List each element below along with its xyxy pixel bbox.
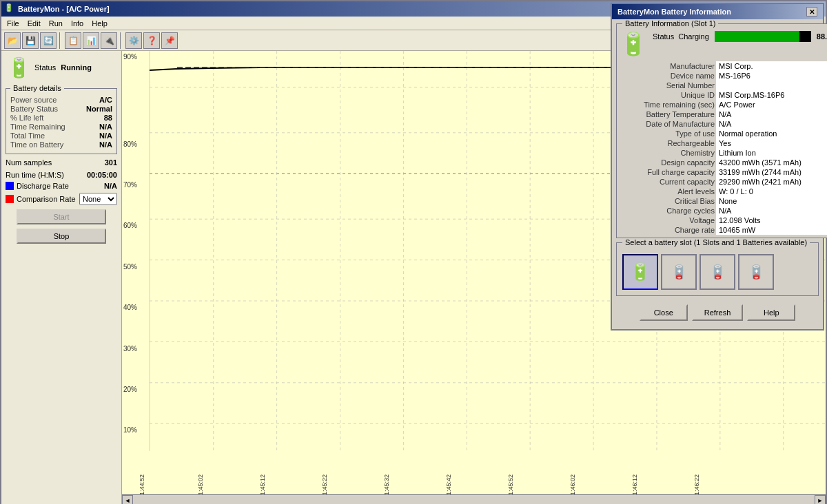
status-value: Running [61, 63, 92, 72]
power-source-row: Power source A/C [10, 96, 112, 104]
voltage-row: Voltage 12.098 Volts [620, 216, 827, 225]
toolbar-btn-5[interactable]: 📊 [83, 32, 99, 49]
time-remaining-label: Time Remaining [10, 123, 65, 131]
close-button[interactable]: Close [640, 304, 688, 321]
menu-help[interactable]: Help [88, 18, 112, 29]
toolbar-btn-8[interactable]: ❓ [143, 32, 160, 49]
svg-text:10%: 10% [123, 426, 137, 434]
comparison-rate-row: Comparison Rate None [6, 193, 117, 205]
app-icon: 🔋 [4, 3, 15, 14]
slot-2-button[interactable]: 🪫 [661, 254, 697, 290]
toolbar-btn-2[interactable]: 💾 [22, 32, 39, 49]
info-panel-close-button[interactable]: ✕ [806, 7, 817, 17]
bottom-buttons: Close Refresh Help [616, 300, 819, 325]
battery-temp-value: N/A [716, 109, 827, 119]
slot-section: Select a battery slot (1 Slots and 1 Bat… [616, 242, 819, 296]
info-panel-content: Battery Information (Slot 1) 🔋 Status Ch… [612, 19, 823, 329]
alert-levels-label: Alert levels [620, 187, 716, 196]
battery-temp-row: Battery Temperature N/A [620, 109, 827, 119]
toolbar-btn-3[interactable]: 🔄 [40, 32, 57, 49]
info-panel: BatteryMon Battery Information ✕ Battery… [611, 3, 824, 330]
battery-info-section: Battery Information (Slot 1) 🔋 Status Ch… [616, 23, 827, 238]
menu-file[interactable]: File [3, 18, 23, 29]
comparison-color-indicator [6, 195, 14, 203]
info-panel-title-bar: BatteryMon Battery Information ✕ [612, 4, 823, 19]
num-samples-row: Num samples 301 [6, 158, 117, 167]
left-panel: 🔋 Status Running Battery details Power s… [1, 51, 122, 504]
rechargeable-row: Rechargeable Yes [620, 138, 827, 148]
unique-id-label: Unique ID [620, 90, 716, 100]
svg-text:70%: 70% [123, 181, 137, 189]
toolbar-btn-7[interactable]: ⚙️ [125, 32, 142, 49]
scroll-track[interactable] [133, 495, 815, 505]
slot-1-button[interactable]: 🔋 [622, 254, 658, 290]
toolbar-sep-1 [59, 32, 62, 49]
scroll-right-button[interactable]: ► [815, 495, 826, 505]
comparison-rate-label: Comparison Rate [17, 195, 76, 203]
device-name-row: Device name MS-16P6 [620, 71, 827, 81]
critical-bias-value: None [716, 196, 827, 206]
runtime-row: Run time (H:M:S) 00:05:00 [6, 171, 117, 179]
battery-info-legend: Battery Information (Slot 1) [622, 19, 718, 28]
discharge-rate-row: Discharge Rate N/A [6, 182, 117, 190]
charge-bar-container: Status Charging 88.2% [653, 31, 827, 42]
unique-id-value: MSI Corp.MS-16P6 [716, 90, 827, 100]
stop-button[interactable]: Stop [17, 229, 106, 244]
help-button[interactable]: Help [747, 304, 795, 321]
voltage-value: 12.098 Volts [716, 216, 827, 225]
discharge-color-indicator [6, 182, 14, 190]
menu-info[interactable]: Info [67, 18, 88, 29]
num-samples-value: 301 [105, 158, 117, 167]
full-charge-label: Full charge capacity [620, 167, 716, 177]
menu-run[interactable]: Run [45, 18, 67, 29]
toolbar-btn-1[interactable]: 📂 [4, 32, 21, 49]
slot-3-button[interactable]: 🪫 [700, 254, 735, 290]
time-remaining-value: N/A [99, 123, 112, 131]
serial-number-value [716, 81, 827, 90]
design-capacity-row: Design capacity 43200 mWh (3571 mAh) [620, 158, 827, 167]
battery-temp-label: Battery Temperature [620, 109, 716, 119]
svg-text:20%: 20% [123, 386, 137, 393]
status-value-text: Charging [678, 32, 709, 41]
life-left-value: 88 [104, 114, 112, 122]
scroll-left-button[interactable]: ◄ [122, 495, 133, 505]
horizontal-scrollbar[interactable]: ◄ ► [122, 494, 826, 504]
charge-cycles-label: Charge cycles [620, 206, 716, 216]
chemistry-value: Lithium Ion [716, 148, 827, 158]
time-remaining-value-2: A/C Power [716, 100, 827, 109]
refresh-button[interactable]: Refresh [692, 304, 744, 321]
svg-text:40%: 40% [123, 304, 137, 311]
status-row: 🔋 Status Running [7, 56, 119, 78]
time-on-battery-value: N/A [99, 140, 112, 149]
manufacturer-label: Manufacturer [620, 61, 716, 71]
manufacturer-row: Manufacturer MSI Corp. [620, 61, 827, 71]
time-on-battery-label: Time on Battery [10, 140, 63, 149]
status-label-text: Status [653, 32, 674, 41]
voltage-label: Voltage [620, 216, 716, 225]
start-button[interactable]: Start [17, 209, 106, 224]
discharge-rate-value: N/A [104, 182, 117, 190]
menu-edit[interactable]: Edit [23, 18, 45, 29]
critical-bias-label: Critical Bias [620, 196, 716, 206]
svg-text:80%: 80% [123, 140, 137, 148]
slot-4-button[interactable]: 🪫 [738, 254, 774, 290]
unique-id-row: Unique ID MSI Corp.MS-16P6 [620, 90, 827, 100]
toolbar-btn-6[interactable]: 🔌 [101, 32, 117, 49]
charge-percent-text: 88.2% [817, 32, 827, 41]
toolbar-btn-4[interactable]: 📋 [65, 32, 81, 49]
type-use-value: Normal operation [716, 129, 827, 138]
svg-text:50%: 50% [123, 263, 137, 271]
toolbar-btn-9[interactable]: 📌 [161, 32, 178, 49]
time-remaining-label-2: Time remaining (sec) [620, 100, 716, 109]
slot-legend: Select a battery slot (1 Slots and 1 Bat… [622, 238, 810, 246]
total-time-row: Total Time N/A [10, 132, 112, 140]
alert-levels-row: Alert levels W: 0 / L: 0 [620, 187, 827, 196]
slot-icons-container: 🔋 🪫 🪫 🪫 [620, 251, 815, 293]
info-table: Manufacturer MSI Corp. Device name MS-16… [620, 61, 827, 235]
svg-text:30%: 30% [123, 345, 137, 353]
comparison-rate-select[interactable]: None [79, 193, 117, 205]
svg-text:90%: 90% [123, 53, 137, 61]
runtime-value: 00:05:00 [87, 171, 117, 179]
date-manufacture-label: Date of Manufacture [620, 119, 716, 129]
design-capacity-value: 43200 mWh (3571 mAh) [716, 158, 827, 167]
